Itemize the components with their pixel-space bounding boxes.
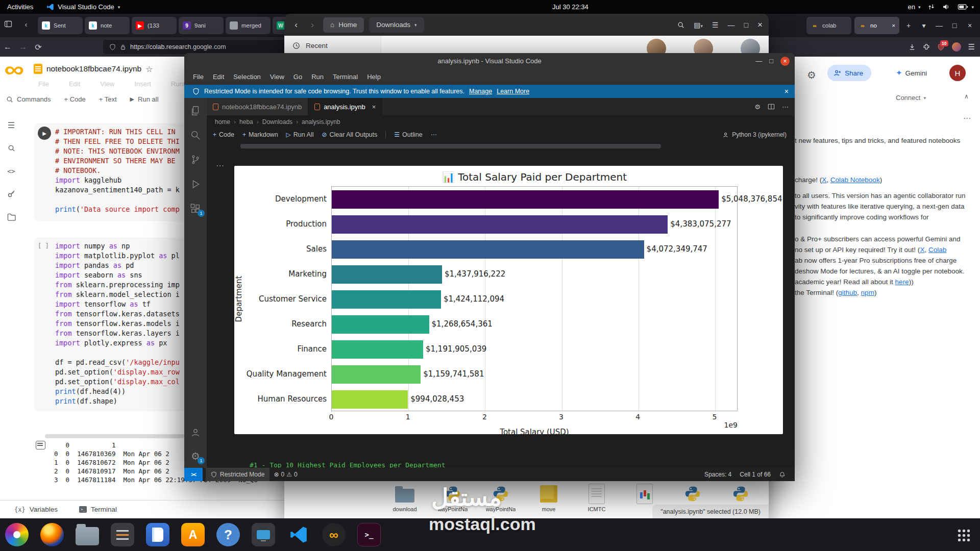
browser-tab[interactable]: knote xyxy=(85,17,130,34)
vscode-dock-icon[interactable] xyxy=(287,523,310,546)
minimize-icon[interactable]: — xyxy=(755,57,762,65)
clock[interactable]: Jul 30 22:34 xyxy=(552,3,589,11)
keyboard-layout-indicator[interactable]: en▾ xyxy=(908,3,920,11)
account-icon[interactable] xyxy=(189,426,202,439)
more-options-icon[interactable]: ⋯ xyxy=(963,114,972,123)
volume-icon[interactable] xyxy=(942,4,950,10)
browser-tab[interactable]: 99ani xyxy=(179,17,224,34)
settings-gear-icon[interactable]: ⚙ xyxy=(807,69,816,81)
restricted-mode-status[interactable]: Restricted Mode xyxy=(206,468,270,481)
toolbar-more[interactable]: ⋯ xyxy=(431,131,437,138)
terminal-button[interactable]: >_ Terminal xyxy=(79,506,117,513)
close-icon[interactable]: × xyxy=(757,20,763,30)
notebook-title[interactable]: notebook18fbbcae74.ipynb xyxy=(46,64,141,73)
remote-indicator[interactable]: >< xyxy=(184,468,203,481)
colab-news-link[interactable]: X xyxy=(822,176,826,184)
share-button[interactable]: Share xyxy=(827,65,871,81)
files-dock-icon[interactable] xyxy=(76,527,99,545)
menu-file[interactable]: File xyxy=(188,73,208,81)
a-letter-app-dock-icon[interactable]: A xyxy=(181,523,205,546)
colab-news-link[interactable]: github xyxy=(838,289,857,296)
next-cell-code-comment[interactable]: #1 - Top 10 Highest Paid Employees per D… xyxy=(250,461,446,468)
close-icon[interactable]: × xyxy=(785,87,789,95)
show-applications-button[interactable] xyxy=(951,523,975,546)
variables-button[interactable]: {x} Variables xyxy=(14,506,58,513)
view-list-icon[interactable]: ▤▾ xyxy=(694,21,703,29)
browser-tab[interactable]: ∞no× xyxy=(854,17,899,34)
kernel-picker[interactable]: Python 3 (ipykernel) xyxy=(722,131,795,138)
colab-menu-insert[interactable]: Insert xyxy=(130,80,156,88)
toolbar-run-all[interactable]: ▷Run All xyxy=(286,131,314,138)
back-icon[interactable]: ← xyxy=(0,42,15,52)
code-snippets-icon[interactable]: <> xyxy=(7,166,15,176)
remmina-dock-icon[interactable] xyxy=(252,523,275,546)
breadcrumb-item[interactable]: home xyxy=(215,118,230,126)
menu-icon[interactable]: ☰ xyxy=(712,21,719,29)
explorer-icon[interactable] xyxy=(189,104,202,117)
close-icon[interactable]: × xyxy=(964,17,976,34)
minimize-icon[interactable]: — xyxy=(728,21,735,29)
menu-selection[interactable]: Selection xyxy=(229,73,265,81)
colab-news-link[interactable]: Colab Notebook xyxy=(830,176,880,184)
menu-view[interactable]: View xyxy=(265,73,289,81)
menu-help[interactable]: Help xyxy=(362,73,385,81)
add-code-button[interactable]: + Code xyxy=(64,95,85,103)
minimize-icon[interactable]: — xyxy=(933,17,945,34)
colab-news-link[interactable]: Colab xyxy=(928,246,946,254)
activities-button[interactable]: Activities xyxy=(7,3,33,11)
cell-indicator[interactable]: Cell 1 of 66 xyxy=(736,471,775,478)
run-debug-icon[interactable] xyxy=(189,178,202,191)
close-icon[interactable]: × xyxy=(372,103,376,111)
star-icon[interactable]: ☆ xyxy=(145,64,153,74)
terminal-dock-icon[interactable]: >_ xyxy=(357,523,381,546)
colab-code-cell[interactable]: [ ] import numpy as npimport matplotlib.… xyxy=(34,237,184,411)
colab-dock-icon[interactable]: ∞ xyxy=(322,523,346,546)
maximize-icon[interactable]: □ xyxy=(948,17,961,34)
colab-news-link[interactable]: here xyxy=(895,278,909,286)
horizontal-scrollbar[interactable] xyxy=(45,434,184,438)
text-editor-dock-icon[interactable] xyxy=(111,523,134,546)
commands-button[interactable]: Commands xyxy=(6,95,51,103)
browser-tab[interactable]: kSent xyxy=(38,17,83,34)
app-grid-pinwheel-dock-icon[interactable] xyxy=(5,523,29,546)
notifications-bell-icon[interactable] xyxy=(775,471,790,478)
menu-run[interactable]: Run xyxy=(307,73,328,81)
configure-icon[interactable]: ⚙ xyxy=(754,103,761,111)
avatar[interactable]: H xyxy=(949,65,966,81)
reload-icon[interactable]: ⟳ xyxy=(31,42,46,52)
profile-avatar[interactable] xyxy=(952,42,961,52)
run-cell-button[interactable]: ▶ xyxy=(38,127,51,140)
nav-tab-downloads[interactable]: Downloads ▾ xyxy=(369,17,424,33)
back-icon[interactable]: ‹ xyxy=(290,20,302,30)
breadcrumb-item[interactable]: Downloads xyxy=(262,118,292,126)
search-icon[interactable] xyxy=(189,129,202,142)
adblock-shield-icon[interactable]: 10 xyxy=(937,43,945,51)
cell-more-icon[interactable]: ⋯ xyxy=(216,161,225,170)
dictionary-dock-icon[interactable] xyxy=(146,523,169,546)
menu-edit[interactable]: Edit xyxy=(208,73,229,81)
menu-icon[interactable]: ☰ xyxy=(968,42,975,52)
add-text-button[interactable]: + Text xyxy=(99,95,117,103)
colab-menu-file[interactable]: File xyxy=(34,80,54,88)
horizontal-scrollbar[interactable] xyxy=(240,144,661,148)
battery-icon[interactable]: ▾ xyxy=(958,4,974,10)
browser-tab[interactable]: merged xyxy=(226,17,271,34)
secrets-key-icon[interactable] xyxy=(7,189,15,199)
extensions-icon[interactable]: 1 xyxy=(189,202,202,215)
gemini-button[interactable]: ✦ Gemini xyxy=(896,68,927,78)
colab-news-link[interactable]: npm xyxy=(861,289,874,296)
files-folder-icon[interactable] xyxy=(7,212,16,222)
help-dock-icon[interactable]: ? xyxy=(216,523,240,546)
maximize-icon[interactable]: □ xyxy=(769,57,773,65)
maximize-icon[interactable]: □ xyxy=(744,21,748,29)
network-icon[interactable] xyxy=(928,4,935,10)
cell-code[interactable]: # IMPORTANT: RUN THIS CELL IN# THEN FEEL… xyxy=(55,127,184,214)
menu-terminal[interactable]: Terminal xyxy=(328,73,362,81)
problems-status[interactable]: ⊗ 0 ⚠ 0 xyxy=(270,471,301,478)
firefox-dock-icon[interactable] xyxy=(40,523,64,546)
colab-menu-view[interactable]: View xyxy=(95,80,119,88)
breadcrumb-item[interactable]: heba xyxy=(239,118,253,126)
run-all-button[interactable]: ▶ Run all xyxy=(130,95,159,103)
editor-tab[interactable]: notebook18fbbcae74.ipynb xyxy=(207,98,308,115)
tab-list-icon[interactable]: ▾ xyxy=(918,17,930,34)
